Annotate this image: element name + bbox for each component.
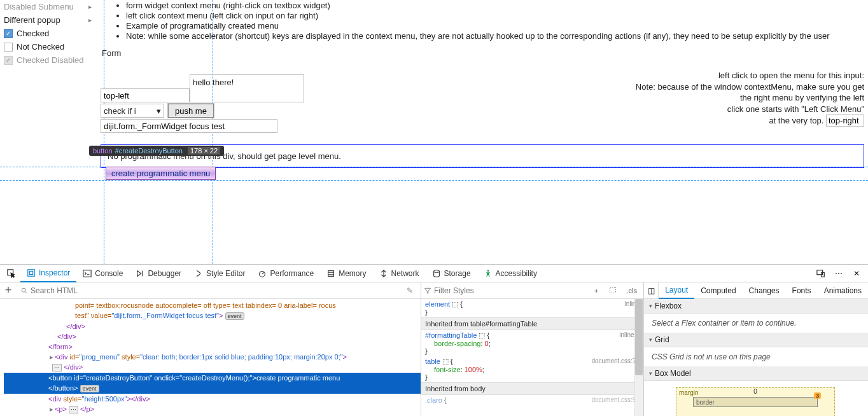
devtools-close-button[interactable]: ✕: [848, 265, 865, 282]
select-checkif[interactable]: check if i ▾: [101, 104, 164, 118]
tab-label: Accessibility: [496, 269, 537, 278]
tab-fonts[interactable]: Fonts: [786, 282, 818, 299]
tooltip-id: #createDestroyButton: [115, 147, 183, 155]
inherited-header: Inherited from table#formattingTable: [421, 317, 643, 330]
section-boxmodel[interactable]: Box Model: [644, 366, 868, 381]
css-value[interactable]: 0: [485, 340, 489, 347]
flex-icon[interactable]: ⬚: [479, 331, 485, 339]
list-item: Example of programatically created menu: [126, 21, 864, 31]
scrollbar[interactable]: [634, 299, 643, 416]
menu-item-checked-disabled: ✓ Checked Disabled: [0, 53, 95, 67]
topright-input[interactable]: [826, 114, 864, 127]
dom-panel: + ✎ point= textbox;rocusnode autocomplet…: [0, 282, 421, 416]
add-rule-button[interactable]: +: [591, 287, 602, 295]
main-column: form widget context menu (right-click on…: [101, 0, 864, 168]
tab-label: Storage: [444, 269, 471, 278]
tab-label: Memory: [339, 269, 366, 278]
css-prop[interactable]: font-size: [425, 366, 461, 373]
flex-icon[interactable]: ⬚: [452, 300, 458, 308]
sidebar-menu: Disabled Submenu ▸ Different popup ▸ ✓ C…: [0, 0, 95, 67]
layout-panel: ◫ Layout Computed Changes Fonts Animatio…: [644, 282, 868, 416]
devtools-menu-button[interactable]: ⋯: [830, 265, 848, 282]
tab-memory[interactable]: Memory: [320, 265, 372, 282]
css-prop[interactable]: border-spacing: [425, 340, 480, 347]
section-flexbox[interactable]: Flexbox: [644, 299, 868, 314]
tab-performance[interactable]: Performance: [251, 265, 320, 282]
note-line: left click to open the menu for this inp…: [636, 70, 864, 81]
push-me-button[interactable]: push me: [168, 104, 214, 118]
menu-item-different-popup[interactable]: Different popup ▸: [0, 13, 95, 27]
focus-test-input[interactable]: [101, 119, 277, 133]
tab-label: Debugger: [148, 269, 181, 278]
ellipsis-icon[interactable]: ⋯: [69, 406, 78, 413]
svg-rect-5: [328, 270, 334, 276]
textarea-input[interactable]: hello there!: [190, 74, 304, 102]
search-html-input[interactable]: [31, 286, 400, 295]
tab-changes[interactable]: Changes: [743, 282, 786, 299]
dom-toolbar: + ✎: [0, 282, 421, 299]
section-grid[interactable]: Grid: [644, 333, 868, 347]
rule-source[interactable]: document.css:78: [591, 357, 640, 364]
menu-label: Different popup: [4, 15, 60, 25]
pseudo-hov-button[interactable]: [605, 286, 620, 295]
event-badge[interactable]: event: [225, 312, 244, 320]
responsive-mode-button[interactable]: [812, 265, 830, 282]
rule-source[interactable]: document.css:99: [591, 396, 640, 403]
menu-item-notchecked[interactable]: Not Checked: [0, 40, 95, 53]
pick-element-button[interactable]: [3, 265, 20, 282]
dom-text: point= textbox;rocusnode autocomplete= o…: [75, 302, 336, 309]
sidebar-toggle-button[interactable]: ◫: [644, 282, 659, 299]
bm-top: 0: [753, 388, 757, 395]
ellipsis-icon[interactable]: ⋯: [52, 364, 62, 371]
svg-rect-1: [28, 269, 35, 276]
filter-styles-input[interactable]: [434, 286, 588, 295]
selected-dom-node[interactable]: <button id="createDestroyButton" onclick…: [4, 373, 421, 383]
tab-label: Style Editor: [206, 269, 245, 278]
search-icon: [20, 287, 28, 295]
eyedropper-icon[interactable]: ✎: [403, 286, 417, 295]
note-line: the right menu by verifying the left: [636, 92, 864, 104]
tab-style-editor[interactable]: Style Editor: [188, 265, 251, 282]
list-item: form widget context menu (right-click on…: [126, 1, 864, 10]
checkbox-icon[interactable]: [4, 43, 13, 52]
textarea-value: hello there!: [193, 78, 234, 87]
create-programmatic-menu-button[interactable]: create programmatic menu: [106, 167, 216, 180]
chevron-down-icon: ▾: [157, 106, 161, 116]
bm-border-label: border: [696, 399, 715, 406]
styles-toolbar: + .cls: [421, 282, 643, 299]
scroll-thumb[interactable]: [635, 299, 643, 375]
page-content: Disabled Submenu ▸ Different popup ▸ ✓ C…: [0, 0, 868, 264]
css-value[interactable]: 100%: [465, 366, 482, 373]
list-item: left click context menu (left click on i…: [126, 11, 864, 20]
topleft-input[interactable]: [101, 88, 190, 102]
styles-rules[interactable]: inlineelement ⬚ {} Inherited from table#…: [421, 299, 643, 416]
checkbox-icon[interactable]: ✓: [4, 29, 13, 38]
add-node-button[interactable]: +: [0, 284, 17, 297]
devtools: Inspector Console Debugger Style Editor …: [0, 264, 868, 416]
flex-icon[interactable]: ⬚: [442, 357, 449, 365]
tab-network[interactable]: Network: [373, 265, 426, 282]
tab-console[interactable]: Console: [76, 265, 129, 282]
tab-inspector[interactable]: Inspector: [20, 265, 76, 282]
dom-tree[interactable]: point= textbox;rocusnode autocomplete= o…: [0, 299, 421, 416]
devtools-body: + ✎ point= textbox;rocusnode autocomplet…: [0, 282, 868, 416]
tab-debugger[interactable]: Debugger: [129, 265, 188, 282]
form-heading: Form: [102, 48, 864, 58]
layout-tabs: ◫ Layout Computed Changes Fonts Animatio…: [644, 282, 868, 299]
note-line: at the very top.: [769, 116, 823, 125]
menu-label: Disabled Submenu: [4, 2, 74, 11]
svg-rect-2: [29, 271, 32, 274]
tab-accessibility[interactable]: Accessibility: [477, 265, 543, 282]
right-note: left click to open the menu for this inp…: [636, 70, 864, 127]
event-badge[interactable]: event: [80, 385, 99, 392]
menu-item-checked[interactable]: ✓ Checked: [0, 27, 95, 40]
section-body: Select a Flex container or item to conti…: [644, 314, 868, 333]
tab-storage[interactable]: Storage: [426, 265, 477, 282]
tab-layout[interactable]: Layout: [659, 282, 694, 299]
tab-computed[interactable]: Computed: [694, 282, 742, 299]
tab-animations[interactable]: Animations: [818, 282, 868, 299]
dom-search[interactable]: ✎: [17, 286, 421, 295]
cls-button[interactable]: .cls: [623, 287, 641, 295]
tooltip-selector: button: [93, 147, 113, 155]
menu-label: Checked: [17, 29, 49, 38]
